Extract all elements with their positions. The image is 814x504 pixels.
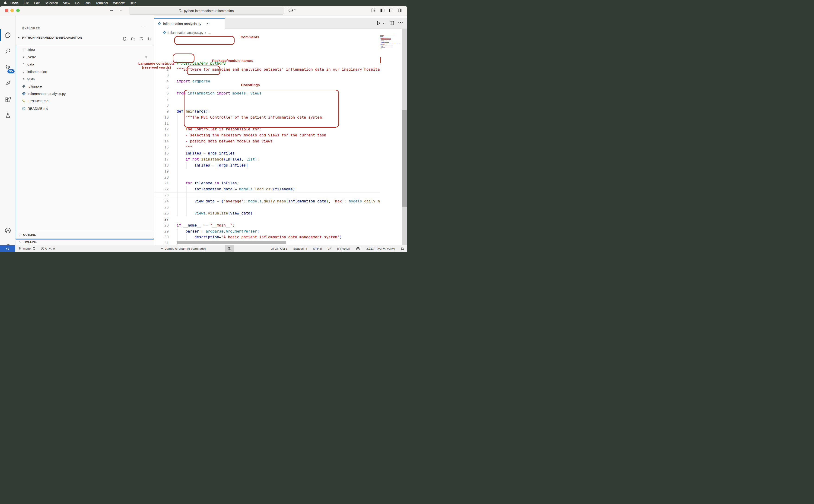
apple-menu-icon[interactable] xyxy=(4,1,7,5)
code-line-25[interactable]: 25 xyxy=(154,204,380,210)
tree-file-gitignore[interactable]: .gitignore xyxy=(16,83,153,90)
code-line-15[interactable]: 15 """ xyxy=(154,144,380,150)
notifications-bell-icon[interactable] xyxy=(400,247,404,251)
refresh-icon[interactable] xyxy=(139,37,143,41)
toggle-panel-icon[interactable] xyxy=(389,8,393,13)
activity-account[interactable] xyxy=(0,223,16,238)
activity-run-debug[interactable] xyxy=(0,76,16,90)
menu-view[interactable]: View xyxy=(60,1,73,5)
cursor-position-item[interactable]: Ln 27, Col 1 xyxy=(270,247,287,250)
remote-indicator[interactable] xyxy=(0,245,15,252)
python-interpreter-item[interactable]: 3.11.7 ('.venv': venv) xyxy=(366,247,395,250)
code-line-13[interactable]: 13 - selecting the necessary models and … xyxy=(154,132,380,138)
code-line-20[interactable]: 20 xyxy=(154,174,380,180)
tree-file-inflammation-analysis-py[interactable]: inflammation-analysis.py xyxy=(16,90,153,98)
tree-file-README-md[interactable]: README.md xyxy=(16,105,153,112)
horizontal-scrollbar-thumb[interactable] xyxy=(177,241,286,244)
vertical-scrollbar[interactable] xyxy=(402,29,407,245)
breadcrumb-more[interactable]: … xyxy=(208,31,211,35)
split-editor-icon[interactable] xyxy=(389,21,394,25)
code-line-23[interactable]: 23 xyxy=(154,192,380,198)
toggle-primary-sidebar-icon[interactable] xyxy=(380,8,385,13)
menu-file[interactable]: File xyxy=(21,1,32,5)
explorer-more-actions-icon[interactable]: ··· xyxy=(141,24,146,29)
collapse-all-icon[interactable] xyxy=(147,37,151,41)
tree-folder-data[interactable]: data xyxy=(16,61,153,68)
code-line-21[interactable]: 21 for filename in InFiles: xyxy=(154,180,380,186)
editor-more-actions-icon[interactable] xyxy=(398,22,403,23)
code-line-14[interactable]: 14 - passing data between models and vie… xyxy=(154,138,380,144)
menu-run[interactable]: Run xyxy=(82,1,93,5)
tree-folder-inflammation[interactable]: inflammation xyxy=(16,68,153,75)
activity-search[interactable] xyxy=(0,44,16,58)
code-line-26[interactable]: 26 views.visualize(view_data) xyxy=(154,210,380,216)
activity-source-control[interactable]: 3K+ xyxy=(0,61,16,75)
code-line-3[interactable]: 3 xyxy=(154,72,380,78)
code-line-19[interactable]: 19 xyxy=(154,168,380,174)
menu-edit[interactable]: Edit xyxy=(32,1,42,5)
commit-info-item[interactable]: James Graham (5 years ago) xyxy=(160,245,206,252)
code-editor[interactable]: 1#!/usr/bin/env python32"""Software for … xyxy=(154,36,380,245)
code-line-1[interactable]: 1#!/usr/bin/env python3 xyxy=(154,60,380,66)
activity-explorer[interactable] xyxy=(0,28,16,42)
run-python-file-icon[interactable] xyxy=(376,21,381,26)
menu-terminal[interactable]: Terminal xyxy=(93,1,111,5)
chevron-down-icon[interactable] xyxy=(294,9,296,11)
toggle-secondary-sidebar-icon[interactable] xyxy=(398,8,402,13)
back-arrow-icon[interactable]: ← xyxy=(109,7,114,13)
code-line-7[interactable]: 7 xyxy=(154,96,380,102)
run-dropdown-chevron-icon[interactable] xyxy=(382,22,385,24)
code-line-8[interactable]: 8 xyxy=(154,102,380,108)
traffic-light-zoom[interactable] xyxy=(16,9,20,12)
customize-layout-icon[interactable] xyxy=(371,8,376,13)
branch-item[interactable]: main* xyxy=(19,247,36,250)
encoding-item[interactable]: UTF-8 xyxy=(313,247,322,250)
tree-folder-tests[interactable]: tests xyxy=(16,75,153,83)
minimap[interactable] xyxy=(380,35,402,245)
code-line-18[interactable]: 18 InFiles = [args.infiles] xyxy=(154,162,380,168)
breadcrumb[interactable]: inflammation-analysis.py › … xyxy=(154,29,407,36)
tree-folder-idea[interactable]: .idea xyxy=(16,46,153,53)
traffic-light-close[interactable] xyxy=(5,9,8,12)
copilot-status-icon[interactable] xyxy=(356,247,360,251)
forward-arrow-icon[interactable]: → xyxy=(119,7,123,13)
code-line-24[interactable]: 24 view_data = {'average': models.daily_… xyxy=(154,198,380,204)
code-line-6[interactable]: 6from inflammation import models, views xyxy=(154,90,380,96)
new-folder-icon[interactable] xyxy=(131,37,135,41)
code-line-11[interactable]: 11 xyxy=(154,120,380,126)
explorer-section-header[interactable]: PYTHON-INTERMEDIATE-INFLAMMATION xyxy=(18,36,82,39)
code-line-2[interactable]: 2"""Software for managing and analysing … xyxy=(154,66,380,72)
tab-inflammation-analysis[interactable]: inflammation-analysis.py × xyxy=(154,18,225,29)
vertical-scrollbar-thumb[interactable] xyxy=(402,110,407,207)
problems-item[interactable]: 0 0 xyxy=(41,247,55,250)
breadcrumb-file[interactable]: inflammation-analysis.py xyxy=(168,31,203,35)
activity-extensions[interactable] xyxy=(0,92,16,107)
copilot-icon[interactable] xyxy=(288,8,293,13)
code-line-12[interactable]: 12 The Controller is responsible for: xyxy=(154,126,380,132)
timeline-panel-header[interactable]: TIMELINE xyxy=(16,238,154,246)
menu-help[interactable]: Help xyxy=(127,1,139,5)
code-line-10[interactable]: 10 """The MVC Controller of the patient … xyxy=(154,114,380,120)
indentation-item[interactable]: Spaces: 4 xyxy=(293,247,307,250)
menu-selection[interactable]: Selection xyxy=(42,1,61,5)
eol-item[interactable]: LF xyxy=(327,247,331,250)
command-center-search[interactable]: python-intermediate-inflammation xyxy=(129,7,284,15)
code-line-22[interactable]: 22 inflammation_data = models.load_csv(f… xyxy=(154,186,380,192)
tree-file-LICENCE-md[interactable]: LICENCE.md xyxy=(16,98,153,105)
code-line-27[interactable]: 27 xyxy=(154,216,380,222)
code-line-16[interactable]: 16 InFiles = args.infiles xyxy=(154,150,380,156)
code-line-17[interactable]: 17 if not isinstance(InFiles, list): xyxy=(154,156,380,162)
code-line-9[interactable]: 9def main(args): xyxy=(154,108,380,114)
menu-window[interactable]: Window xyxy=(111,1,127,5)
new-file-icon[interactable] xyxy=(123,37,127,41)
activity-testing[interactable] xyxy=(0,108,16,123)
traffic-light-minimize[interactable] xyxy=(10,9,14,12)
code-line-30[interactable]: 30 description='A basic patient inflamma… xyxy=(154,234,380,240)
tab-close-icon[interactable]: × xyxy=(206,21,209,26)
menu-app[interactable]: Code xyxy=(8,1,21,5)
tree-folder-venv[interactable]: .venv xyxy=(16,53,153,61)
outline-panel-header[interactable]: OUTLINE xyxy=(16,231,154,238)
menu-go[interactable]: Go xyxy=(73,1,82,5)
code-line-29[interactable]: 29 parser = argparse.ArgumentParser( xyxy=(154,228,380,234)
code-line-28[interactable]: 28if __name__ == "__main__": xyxy=(154,222,380,228)
